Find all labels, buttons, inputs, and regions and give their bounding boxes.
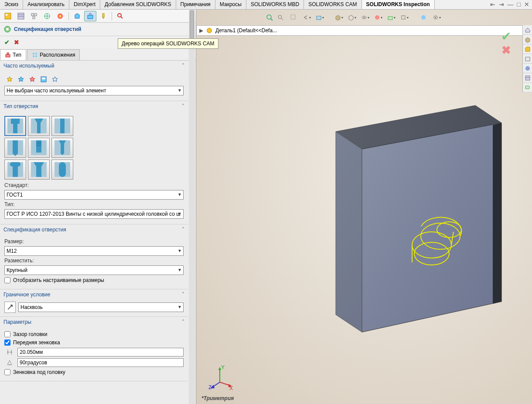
display-manager-icon[interactable] (54, 11, 66, 21)
view-triad[interactable]: Y X Z (207, 365, 233, 391)
subtab-type[interactable]: Тип (0, 49, 26, 60)
section-view-icon[interactable] (314, 12, 325, 23)
svg-rect-7 (33, 17, 35, 19)
accept-feature-icon[interactable]: ✔ (501, 29, 511, 44)
tab-sketch[interactable]: Эскиз (0, 0, 23, 9)
hole-tap[interactable] (4, 138, 26, 158)
cam-tools-icon[interactable] (97, 11, 109, 21)
edit-appearance-icon[interactable] (372, 12, 384, 23)
section-favorites-header[interactable]: Часто используемый˄ (0, 61, 188, 71)
close-icon[interactable]: ✕ (524, 1, 529, 8)
render-icon[interactable] (418, 12, 429, 23)
apply-scene-icon[interactable] (385, 12, 397, 23)
tab-dimxpert[interactable]: DimXpert (69, 0, 100, 9)
cancel-feature-icon[interactable]: ✖ (501, 44, 511, 57)
svg-point-61 (525, 66, 530, 71)
tooltip: Дерево операций SOLIDWORKS CAM (118, 38, 218, 49)
breadcrumb-part[interactable]: Деталь1 (Default<<Defa... (215, 27, 277, 34)
size-select[interactable]: M12 (4, 246, 184, 256)
fav-delete-icon[interactable] (27, 75, 38, 84)
cam-tree-icon[interactable] (71, 11, 83, 21)
fav-load-icon[interactable] (50, 75, 60, 84)
zoom-area-icon[interactable] (288, 12, 299, 23)
hole-slot-countersink[interactable] (28, 160, 50, 180)
fav-update-icon[interactable] (16, 75, 26, 84)
tab-mbd[interactable]: SOLIDWORKS MBD (246, 0, 304, 9)
endcond-select[interactable]: Насквозь (18, 302, 184, 312)
countersink-diameter-input[interactable] (17, 348, 184, 356)
custom-sizes-checkbox[interactable]: Отобразить настраиваемые размеры (4, 277, 184, 283)
tab-addins[interactable]: Добавления SOLIDWORKS (100, 0, 176, 9)
hole-legacy[interactable] (51, 138, 73, 158)
fav-add-icon[interactable] (4, 75, 15, 84)
feature-tree-icon[interactable] (2, 11, 14, 21)
hole-slot[interactable] (51, 160, 73, 180)
file-explorer-icon[interactable] (523, 54, 532, 64)
zoom-icon[interactable] (275, 12, 286, 23)
under-head-countersink-checkbox[interactable]: Зенковка под головку (4, 369, 184, 375)
section-holespec-header[interactable]: Спецификация отверстия˄ (0, 224, 188, 235)
section-endcond-header[interactable]: Граничное условие˄ (0, 289, 188, 300)
heads-up-toolbar (275, 12, 442, 23)
favorites-select[interactable]: Не выбран часто используемый элемент (4, 86, 184, 95)
prev-view-icon[interactable] (301, 12, 312, 23)
type-select[interactable]: ГОСТ Р ИСО 1207-2013 Винты с низкой цили… (4, 209, 184, 219)
ok-icon[interactable]: ✔ (4, 39, 10, 46)
property-manager-icon[interactable] (15, 11, 27, 21)
custom-props-icon[interactable] (523, 73, 532, 83)
graphics-area[interactable]: ▶ Деталь1 (Default<<Defa... ✔ ✖ (196, 10, 532, 404)
svg-rect-32 (60, 119, 65, 133)
fav-save-icon[interactable] (38, 75, 49, 84)
maximize-icon[interactable]: □ (517, 1, 521, 8)
subtab-positions[interactable]: Расположения (27, 49, 80, 60)
view-orientation-label: *Триметрия (201, 395, 234, 401)
minimize-icon[interactable]: — (508, 1, 514, 8)
design-lib-icon[interactable] (523, 44, 532, 54)
svg-rect-30 (37, 123, 41, 133)
forum-icon[interactable] (523, 83, 532, 92)
tab-macros[interactable]: Макросы (215, 0, 246, 9)
arrange-left-icon[interactable]: ⇤ (490, 1, 495, 8)
tab-analyze[interactable]: Анализировать (23, 0, 69, 9)
svg-line-49 (281, 18, 283, 20)
view-settings-icon[interactable] (399, 12, 410, 23)
expand-arrow-icon[interactable]: ▶ (199, 27, 203, 34)
arrange-right-icon[interactable]: ⇥ (499, 1, 504, 8)
svg-rect-12 (88, 15, 93, 19)
fit-select[interactable]: Крупный (4, 265, 184, 275)
hole-slot-counterbore[interactable] (4, 160, 26, 180)
hole-simple[interactable] (51, 116, 73, 136)
dimxpert-manager-icon[interactable] (41, 11, 53, 21)
config-manager-icon[interactable] (28, 11, 40, 21)
chevron-up-icon: ˄ (182, 63, 184, 69)
resources-icon[interactable] (523, 35, 532, 44)
inspection-icon[interactable] (114, 11, 126, 21)
render-settings-icon[interactable] (431, 12, 442, 23)
hole-counterbore[interactable] (4, 116, 26, 136)
display-style-icon[interactable] (346, 12, 358, 23)
scrollbar-track[interactable] (189, 61, 195, 404)
appearances-icon[interactable] (523, 64, 532, 73)
cancel-icon[interactable]: ✖ (14, 39, 19, 46)
tab-annotations[interactable]: Примечания (176, 0, 215, 9)
hole-pipe-tap[interactable] (28, 138, 50, 158)
svg-rect-1 (6, 14, 7, 16)
direction-icon[interactable] (4, 302, 16, 313)
tab-cam[interactable]: SOLIDWORKS CAM (304, 0, 361, 9)
view-orientation-icon[interactable] (333, 12, 344, 23)
section-options-header[interactable]: Параметры˄ (0, 317, 188, 327)
tab-inspection[interactable]: SOLIDWORKS Inspection (362, 0, 435, 9)
zoom-fit-icon[interactable] (266, 14, 274, 22)
hide-show-icon[interactable] (359, 12, 371, 23)
near-countersink-checkbox[interactable]: Передняя зенковка (4, 339, 184, 346)
home-icon[interactable] (523, 25, 532, 35)
head-clearance-checkbox[interactable]: Зазор головки (4, 331, 184, 337)
standard-select[interactable]: ГОСТ1 (4, 190, 184, 200)
countersink-angle-input[interactable] (17, 358, 184, 367)
hole-countersink[interactable] (28, 116, 50, 136)
hole-wizard-icon (3, 25, 11, 33)
section-holetype-header[interactable]: Тип отверстия˄ (0, 101, 188, 112)
cam-ops-icon[interactable] (84, 11, 96, 21)
feature-manager-toolbar (0, 10, 196, 23)
svg-rect-13 (102, 14, 104, 17)
